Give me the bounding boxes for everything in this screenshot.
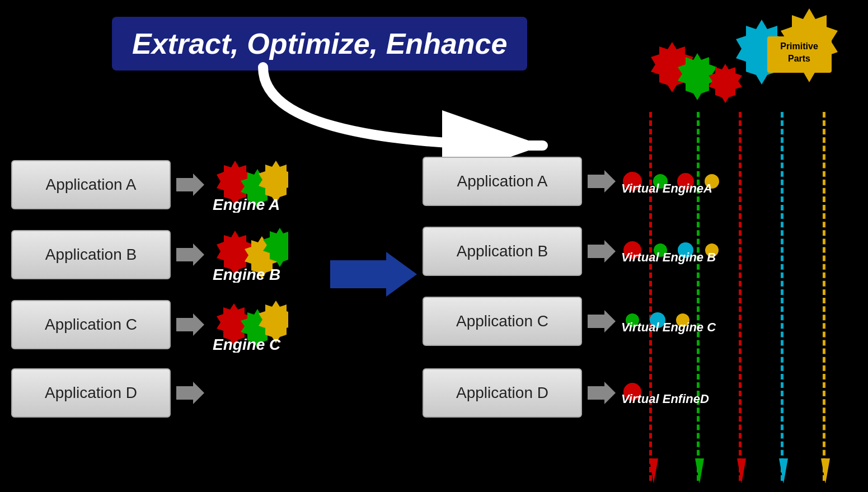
left-app-b-row: Application B Engine B <box>11 227 288 283</box>
virtual-engine-c: Virtual Engine C <box>621 306 733 336</box>
bottom-arrows <box>638 458 839 486</box>
arrow-d-right <box>588 382 616 404</box>
right-app-d-row: Application D Virtual EnfineD <box>423 368 733 418</box>
svg-point-37 <box>226 317 242 332</box>
svg-text:Primitive: Primitive <box>780 41 818 51</box>
arrow-c-left <box>176 313 204 336</box>
app-box-a-left: Application A <box>11 160 171 209</box>
main-container: Extract, Optimize, Enhance <box>0 0 868 492</box>
virtual-engine-d: Virtual EnfineD <box>621 378 733 408</box>
left-app-a-row: Application A Engine A <box>11 157 288 213</box>
left-app-c-row: Application C Engine C <box>11 297 288 353</box>
arrow-d-left <box>176 382 204 404</box>
svg-point-41 <box>268 314 284 330</box>
app-box-d-left: Application D <box>11 368 171 418</box>
engine-c-gears: Engine C <box>210 297 288 353</box>
svg-marker-27 <box>176 243 204 266</box>
svg-point-33 <box>273 240 287 255</box>
app-box-a-right: Application A <box>423 157 582 206</box>
vert-line-red2 <box>739 112 742 481</box>
svg-marker-51 <box>588 240 616 263</box>
svg-text:Parts: Parts <box>788 54 810 63</box>
ve-b-svg: Virtual Engine B <box>621 236 733 264</box>
svg-text:Engine C: Engine C <box>213 336 281 353</box>
ve-d-svg: Virtual EnfineD <box>621 378 733 406</box>
svg-marker-43 <box>176 382 204 404</box>
ve-a-svg: Virtual EngineA <box>621 167 733 195</box>
svg-point-25 <box>268 174 284 190</box>
app-box-c-right: Application C <box>423 297 582 346</box>
svg-text:Engine A: Engine A <box>213 196 280 213</box>
ve-c-svg: Virtual Engine C <box>621 306 733 334</box>
svg-text:Virtual EngineA: Virtual EngineA <box>621 181 712 195</box>
arrow-a-left <box>176 174 204 196</box>
svg-marker-44 <box>330 252 417 297</box>
svg-marker-57 <box>588 310 616 332</box>
right-app-a-row: Application A Virtual EngineA <box>423 157 733 206</box>
right-app-c-row: Application C Virtual Engine C <box>423 297 733 346</box>
app-box-d-right: Application D <box>423 368 582 418</box>
curved-arrow <box>179 50 571 162</box>
svg-marker-17 <box>779 458 788 484</box>
svg-text:Virtual EnfineD: Virtual EnfineD <box>621 392 709 406</box>
engine-b-gears: Engine B <box>210 227 288 283</box>
svg-marker-16 <box>737 458 746 484</box>
arrow-b-left <box>176 243 204 266</box>
svg-marker-14 <box>649 458 658 484</box>
arrow-c-right <box>588 310 616 332</box>
svg-text:Virtual Engine B: Virtual Engine B <box>621 250 716 264</box>
svg-point-21 <box>227 176 243 191</box>
vert-line-cyan <box>781 112 783 481</box>
svg-marker-35 <box>176 313 204 336</box>
svg-marker-15 <box>695 458 704 484</box>
virtual-engine-a: Virtual EngineA <box>621 167 733 195</box>
arrow-b-right <box>588 240 616 263</box>
svg-point-29 <box>227 246 243 261</box>
svg-point-4 <box>688 68 706 86</box>
svg-text:Virtual Engine C: Virtual Engine C <box>621 320 716 334</box>
svg-marker-62 <box>588 382 616 404</box>
svg-text:Engine B: Engine B <box>213 266 280 283</box>
blue-center-arrow <box>330 252 420 297</box>
app-box-b-left: Application B <box>11 230 171 279</box>
virtual-engine-b: Virtual Engine B <box>621 236 733 266</box>
svg-marker-19 <box>176 174 204 196</box>
arrow-a-right <box>588 170 616 193</box>
svg-marker-18 <box>821 458 830 484</box>
svg-point-6 <box>718 76 733 91</box>
app-box-c-left: Application C <box>11 300 171 349</box>
right-app-b-row: Application B Virtual Engine B <box>423 227 733 276</box>
left-app-d-row: Application D <box>11 368 204 418</box>
app-box-b-right: Application B <box>423 227 582 276</box>
engine-a-gears: Engine A <box>210 157 288 213</box>
svg-marker-45 <box>588 170 616 193</box>
vert-line-yellow <box>823 112 825 481</box>
